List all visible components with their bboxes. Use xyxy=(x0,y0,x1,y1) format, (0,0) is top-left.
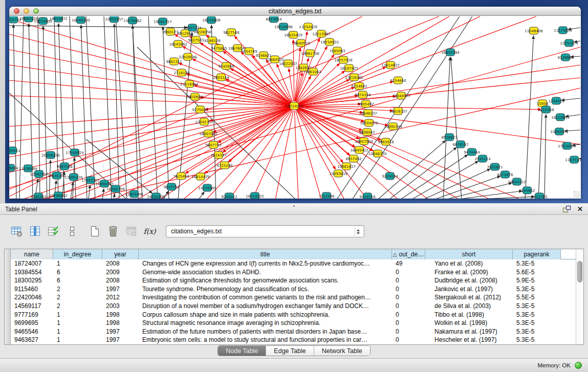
graph-node[interactable]: 9475685 xyxy=(211,45,227,52)
graph-node[interactable]: 16846137 xyxy=(359,110,377,117)
graph-node[interactable]: 9905492 xyxy=(358,100,374,107)
graph-node[interactable]: 9245652 xyxy=(519,187,535,194)
graph-node[interactable]: 9827548 xyxy=(223,29,239,36)
table-mode-button[interactable] xyxy=(10,225,23,238)
graph-edge[interactable] xyxy=(9,34,290,105)
graph-node[interactable]: 8186328 xyxy=(204,37,220,44)
graph-node[interactable]: 18035809 xyxy=(147,193,165,199)
graph-node[interactable]: 12923448 xyxy=(125,190,143,198)
column-header-name[interactable]: name xyxy=(11,249,53,259)
graph-node[interactable]: 15692971 xyxy=(550,128,569,135)
table-row[interactable]: 2242004622012Investigating the contribut… xyxy=(11,293,576,302)
tab-node-table[interactable]: Node Table xyxy=(218,346,266,356)
column-header-year[interactable]: year xyxy=(102,249,139,259)
function-builder-button[interactable]: f(x) xyxy=(143,225,156,238)
graph-node[interactable]: 9129968 xyxy=(557,54,573,61)
graph-node[interactable]: 12042757 xyxy=(195,118,213,125)
graph-node[interactable]: 8471676 xyxy=(497,171,513,178)
graph-edge[interactable] xyxy=(296,110,344,199)
graph-edge[interactable] xyxy=(297,110,367,199)
graph-edge[interactable] xyxy=(9,107,290,172)
graph-edge[interactable] xyxy=(538,108,542,199)
table-row[interactable]: 1456911722003Disruption of a novel membe… xyxy=(11,302,576,311)
graph-node[interactable]: 16033809 xyxy=(202,16,221,24)
graph-node[interactable]: 20039091 xyxy=(186,93,204,100)
network-window-titlebar[interactable]: citations_edges.txt xyxy=(9,7,581,16)
graph-node[interactable]: 19565717 xyxy=(154,18,172,25)
graph-edge[interactable] xyxy=(298,79,350,104)
graph-node[interactable]: 16543862 xyxy=(169,40,187,48)
graph-edge[interactable] xyxy=(525,36,533,199)
graph-node[interactable]: 8813054 xyxy=(266,16,282,23)
graph-edge[interactable] xyxy=(192,59,290,104)
tab-network-table[interactable]: Network Table xyxy=(314,346,370,356)
graph-node[interactable]: 9135051 xyxy=(9,147,20,154)
graph-edge[interactable] xyxy=(389,147,456,199)
table-row[interactable]: 1872400712008Changes of HCN gene express… xyxy=(11,259,576,268)
graph-edge[interactable] xyxy=(275,111,293,199)
graph-edge[interactable] xyxy=(299,87,355,104)
memory-ok-icon[interactable] xyxy=(575,362,582,369)
graph-node[interactable]: 16210643 xyxy=(551,114,570,121)
table-row[interactable]: 946362711997Embryonic stem cells: a mode… xyxy=(11,336,576,344)
graph-node[interactable]: 7152486 xyxy=(318,192,335,199)
panel-drag-handle[interactable]: ▴ xyxy=(293,203,295,208)
column-header-pagerank[interactable]: pagerank xyxy=(513,249,561,259)
graph-node[interactable]: 6879197 xyxy=(452,141,468,148)
graph-node[interactable]: 16044103 xyxy=(72,16,90,24)
graph-edge[interactable] xyxy=(545,115,546,199)
column-header-out_degree[interactable]: △out_de… xyxy=(392,249,425,259)
graph-node[interactable]: 10461817 xyxy=(337,163,356,170)
graph-node[interactable]: 11254419 xyxy=(299,23,317,30)
graph-node[interactable]: 18957904 xyxy=(355,138,373,145)
graph-node[interactable]: 19218596 xyxy=(274,23,293,30)
graph-node[interactable]: 8938923 xyxy=(441,134,457,141)
graph-node[interactable]: 2935114 xyxy=(474,155,491,162)
graph-edge[interactable] xyxy=(81,25,87,199)
graph-node[interactable]: 11173054 xyxy=(554,27,572,34)
graph-node[interactable]: 18640910 xyxy=(292,39,310,47)
graph-edge[interactable] xyxy=(9,19,290,104)
graph-node[interactable]: 9412765 xyxy=(531,193,547,199)
graph-edge[interactable] xyxy=(91,108,290,199)
graph-node[interactable]: 16643784 xyxy=(441,49,460,56)
graph-edge[interactable] xyxy=(70,16,76,199)
show-columns-button[interactable] xyxy=(29,225,41,238)
tab-edge-table[interactable]: Edge Table xyxy=(266,346,313,356)
graph-node[interactable]: 10654112 xyxy=(508,178,526,185)
table-row[interactable]: 1938455462009Genome-wide association stu… xyxy=(11,268,576,277)
graph-node[interactable]: 11156864 xyxy=(19,165,37,172)
graph-node[interactable]: 9857791 xyxy=(163,183,179,190)
graph-edge[interactable] xyxy=(187,74,290,105)
resize-grip-icon[interactable] xyxy=(573,191,580,198)
table-row[interactable]: 977716911998Corpus callosum shape and si… xyxy=(11,311,576,319)
graph-node[interactable]: 9474444 xyxy=(464,148,480,156)
graph-node[interactable]: 17359924 xyxy=(66,149,84,156)
graph-edge[interactable] xyxy=(199,192,204,199)
column-header-short[interactable]: short xyxy=(425,249,513,259)
table-row[interactable]: 969969511998Structural magnetic resonanc… xyxy=(11,319,576,327)
graph-node[interactable]: 8957492 xyxy=(345,155,361,162)
graph-edge[interactable] xyxy=(49,160,51,199)
graph-node[interactable]: 15751074 xyxy=(560,39,578,47)
float-panel-icon[interactable] xyxy=(562,205,571,213)
graph-node[interactable]: 9097548 xyxy=(56,163,72,170)
graph-node[interactable]: 8960123 xyxy=(162,28,178,35)
graph-edge[interactable] xyxy=(9,96,290,106)
graph-node[interactable]: 11075334 xyxy=(565,156,581,163)
graph-node[interactable]: 15716485 xyxy=(198,184,216,191)
table-row[interactable]: 946554611997Estimation of the future num… xyxy=(11,327,576,336)
table-row[interactable]: 911546021997Tourette syndrome. Phenomeno… xyxy=(11,285,576,294)
graph-node[interactable]: 16816137 xyxy=(389,107,407,115)
graph-edge[interactable] xyxy=(89,185,90,199)
graph-node[interactable]: 12213987 xyxy=(312,30,331,37)
graph-node[interactable]: 16845422 xyxy=(350,146,368,154)
graph-node[interactable]: 18325419 xyxy=(284,31,302,38)
graph-node[interactable]: 9154640 xyxy=(390,77,406,84)
graph-edge[interactable] xyxy=(293,40,294,101)
column-header-title[interactable]: title xyxy=(139,249,392,259)
graph-node[interactable]: 11548408 xyxy=(525,27,543,34)
graph-node[interactable]: 1244419 xyxy=(548,97,564,104)
graph-node[interactable]: 7824377 xyxy=(210,151,226,159)
graph-edge[interactable] xyxy=(294,111,298,199)
